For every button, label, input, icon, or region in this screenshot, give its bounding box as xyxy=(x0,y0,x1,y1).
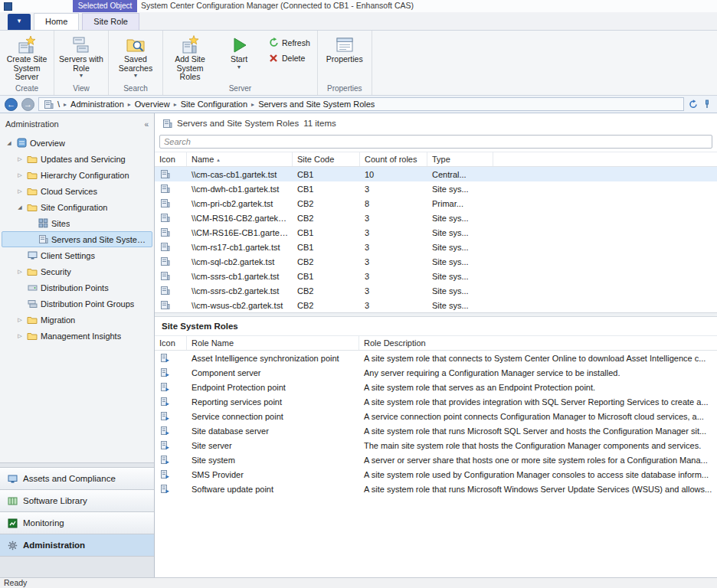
column-header-type[interactable]: Type xyxy=(427,152,493,166)
breadcrumb-item-servers-and-site-system-roles[interactable]: Servers and Site System Roles xyxy=(257,100,376,109)
ribbon-group-label-server: Server xyxy=(165,83,315,95)
role-row[interactable]: Reporting services pointA site system ro… xyxy=(155,394,717,409)
sidebar-item-servers-and-site-system-roles[interactable]: Servers and Site System Roles xyxy=(2,231,152,247)
tab-home[interactable]: Home xyxy=(34,13,79,30)
app-menu-button[interactable]: ▾ xyxy=(8,14,31,30)
expander-collapsed-icon[interactable]: ▷ xyxy=(16,333,24,339)
search-input[interactable] xyxy=(159,135,712,149)
site-code-cell: CB1 xyxy=(293,272,360,281)
count-of-roles-cell: 3 xyxy=(360,243,427,252)
breadcrumb-item-administration[interactable]: Administration xyxy=(69,100,126,109)
server-name-cell: \\cm-pri-cb2.gartek.tst xyxy=(187,199,293,208)
properties-button[interactable]: Properties xyxy=(320,32,369,66)
server-row[interactable]: \\cm-pri-cb2.gartek.tstCB28Primar... xyxy=(155,196,717,211)
expander-collapsed-icon[interactable]: ▷ xyxy=(16,317,24,323)
sidebar-item-migration[interactable]: ▷Migration xyxy=(2,312,152,328)
count-of-roles-cell: 3 xyxy=(360,301,427,310)
column-header-icon[interactable]: Icon xyxy=(155,336,187,350)
server-row[interactable]: \\cm-ssrs-cb2.gartek.tstCB23Site sys... xyxy=(155,283,717,298)
collapse-sidebar-icon[interactable]: « xyxy=(144,120,149,129)
sidebar-item-updates-and-servicing[interactable]: ▷Updates and Servicing xyxy=(2,151,152,167)
create-site-system-server-button[interactable]: Create Site System Server xyxy=(2,32,51,83)
role-row[interactable]: SMS ProviderA site system role used by C… xyxy=(155,467,717,482)
column-header-role-name[interactable]: Role Name xyxy=(187,336,359,350)
type-cell: Site sys... xyxy=(427,272,493,281)
role-row[interactable]: Software update pointA site system role … xyxy=(155,482,717,496)
pushpin-icon[interactable] xyxy=(702,100,712,109)
type-cell: Site sys... xyxy=(427,257,493,266)
sidebar-item-distribution-points[interactable]: Distribution Points xyxy=(2,279,152,296)
tab-site-role[interactable]: Site Role xyxy=(82,13,139,30)
saved-searches-button[interactable]: Saved Searches ▼ xyxy=(111,32,160,80)
role-row[interactable]: Site database serverA site system role t… xyxy=(155,423,717,438)
sidebar-item-site-configuration[interactable]: ◢Site Configuration xyxy=(2,199,152,215)
expander-collapsed-icon[interactable]: ▷ xyxy=(16,172,24,178)
server-icon xyxy=(159,213,170,223)
server-row[interactable]: \\cm-dwh-cb1.gartek.tstCB13Site sys... xyxy=(155,181,717,196)
create-site-system-server-label: Create Site System Server xyxy=(4,55,50,82)
list-item-count: 11 items xyxy=(303,119,336,128)
sidebar-item-label: Management Insights xyxy=(41,332,121,341)
column-header-count-of-roles[interactable]: Count of roles xyxy=(360,152,427,166)
back-button[interactable]: ← xyxy=(5,98,18,111)
column-header-site-code[interactable]: Site Code xyxy=(293,152,360,166)
workspace-button-software-library[interactable]: Software Library xyxy=(0,489,154,511)
expander-expanded-icon[interactable]: ◢ xyxy=(16,204,24,211)
server-row[interactable]: \\cm-ssrs-cb1.gartek.tstCB13Site sys... xyxy=(155,269,717,283)
servers-with-role-icon xyxy=(71,35,91,55)
refresh-view-icon[interactable] xyxy=(688,100,699,109)
site-system-role-icon xyxy=(159,440,170,450)
role-row[interactable]: Component serverAny server requiring a C… xyxy=(155,365,717,380)
server-row[interactable]: \\CM-RS16E-CB1.gartek.tstCB13Site sys... xyxy=(155,225,717,240)
roles-panel-title: Site System Roles xyxy=(155,317,717,335)
sidebar-item-client-settings[interactable]: Client Settings xyxy=(2,247,152,263)
role-row[interactable]: Endpoint Protection pointA site system r… xyxy=(155,380,717,394)
sidebar-item-security[interactable]: ▷Security xyxy=(2,263,152,279)
column-header-icon[interactable]: Icon xyxy=(155,152,187,166)
expander-collapsed-icon[interactable]: ▷ xyxy=(16,156,24,162)
sidebar-item-hierarchy-configuration[interactable]: ▷Hierarchy Configuration xyxy=(2,167,152,183)
app-icon xyxy=(4,2,12,11)
role-name-cell: Component server xyxy=(187,368,359,377)
start-button[interactable]: Start ▼ xyxy=(214,32,264,71)
sidebar-item-overview[interactable]: ◢Overview xyxy=(2,135,152,151)
expander-expanded-icon[interactable]: ◢ xyxy=(5,140,13,146)
expander-collapsed-icon[interactable]: ▷ xyxy=(16,269,24,275)
role-row[interactable]: Asset Intelligence synchronization point… xyxy=(155,351,717,365)
sidebar-item-sites[interactable]: Sites xyxy=(2,215,152,231)
count-of-roles-cell: 8 xyxy=(360,199,427,208)
column-header-role-description[interactable]: Role Description xyxy=(359,336,717,350)
refresh-button[interactable]: Refresh xyxy=(264,36,315,49)
servers-with-role-button[interactable]: Servers with Role ▼ xyxy=(57,32,106,80)
expander-collapsed-icon[interactable]: ▷ xyxy=(16,188,24,194)
role-row[interactable]: Site serverThe main site system role tha… xyxy=(155,438,717,452)
role-row[interactable]: Site systemA server or server share that… xyxy=(155,452,717,467)
count-of-roles-cell: 3 xyxy=(360,286,427,296)
server-row[interactable]: \\cm-cas-cb1.gartek.tstCB110Central... xyxy=(155,167,717,181)
role-row[interactable]: Service connection pointA service connec… xyxy=(155,409,717,423)
sidebar-item-distribution-point-groups[interactable]: Distribution Point Groups xyxy=(2,296,152,312)
breadcrumb-separator-icon: ▸ xyxy=(250,101,255,108)
delete-button[interactable]: Delete xyxy=(264,51,315,64)
add-site-system-roles-button[interactable]: Add Site System Roles xyxy=(165,32,214,83)
sidebar-item-cloud-services[interactable]: ▷Cloud Services xyxy=(2,183,152,199)
forward-button[interactable]: → xyxy=(21,98,34,111)
sidebar-item-management-insights[interactable]: ▷Management Insights xyxy=(2,328,152,344)
breadcrumb-item-overview[interactable]: Overview xyxy=(133,100,172,109)
list-header-icon xyxy=(162,119,172,129)
breadcrumb-item-site-configuration[interactable]: Site Configuration xyxy=(179,100,249,109)
breadcrumb-separator-icon: ▸ xyxy=(63,101,67,108)
count-of-roles-cell: 10 xyxy=(360,170,427,179)
column-header-name[interactable]: Name▴ xyxy=(187,152,293,166)
workspace-button-assets-and-compliance[interactable]: Assets and Compliance xyxy=(0,467,154,489)
server-row[interactable]: \\cm-rs17-cb1.gartek.tstCB13Site sys... xyxy=(155,240,717,254)
workspace-button-monitoring[interactable]: Monitoring xyxy=(0,511,154,534)
sidebar-item-label: Updates and Servicing xyxy=(41,155,126,164)
breadcrumb-root[interactable]: \ xyxy=(56,100,61,109)
server-row[interactable]: \\CM-RS16-CB2.gartek.tstCB23Site sys... xyxy=(155,211,717,225)
role-name-cell: Software update point xyxy=(187,485,359,494)
server-row[interactable]: \\cm-sql-cb2.gartek.tstCB23Site sys... xyxy=(155,254,717,269)
folder-icon xyxy=(27,203,38,212)
server-row[interactable]: \\cm-wsus-cb2.gartek.tstCB23Site sys... xyxy=(155,298,717,312)
workspace-button-administration[interactable]: Administration xyxy=(0,534,154,556)
